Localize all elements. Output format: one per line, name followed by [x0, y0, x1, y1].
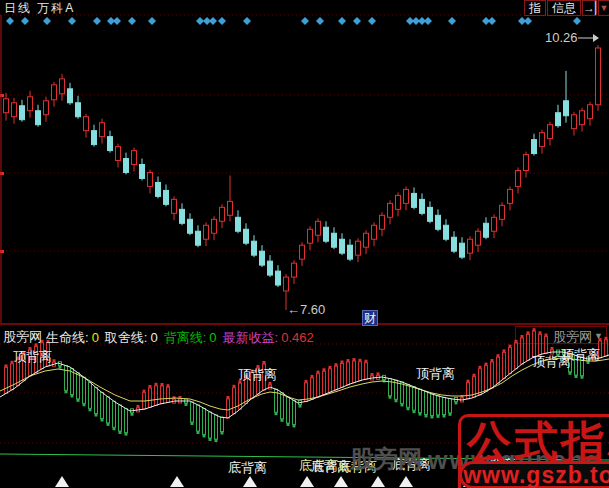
event-marker-badge[interactable]: 财 — [362, 310, 378, 326]
stock-app-window: 日线 万科A 指 信息 →▏ ▼ 10.26 ←7.60 财 股旁网 生命线:0… — [0, 0, 609, 488]
indicator-field-value: 0 — [209, 330, 216, 345]
promo-watermark-url: www.gszb.top — [459, 461, 609, 488]
indicator-field-label: 生命线: — [46, 330, 89, 345]
indicator-field-value: 0 — [150, 330, 157, 345]
indicator-field-value: 0 — [92, 330, 99, 345]
indicator-field-label: 背离线: — [164, 330, 207, 345]
indicator-field-label: 取舍线: — [105, 330, 148, 345]
divergence-label: 顶背离 — [561, 346, 600, 364]
watermark-site-text: 股旁网 — [350, 443, 422, 475]
indicator-values-row: 生命线:0取舍线:0背离线:0最新收益:0.462 — [46, 328, 320, 347]
divergence-label: 底背离 — [228, 459, 267, 477]
indicator-field-label: 最新收益: — [223, 330, 279, 345]
indicator-field-value: 0.462 — [281, 330, 314, 345]
divergence-label: 顶背离 — [238, 366, 277, 384]
indicator-site-label: 股旁网 — [3, 328, 42, 346]
divergence-label: 顶背离 — [416, 365, 455, 383]
high-price-label: 10.26 — [545, 30, 578, 45]
low-price-label: ←7.60 — [287, 302, 325, 317]
divergence-label: 顶背离 — [13, 348, 52, 366]
